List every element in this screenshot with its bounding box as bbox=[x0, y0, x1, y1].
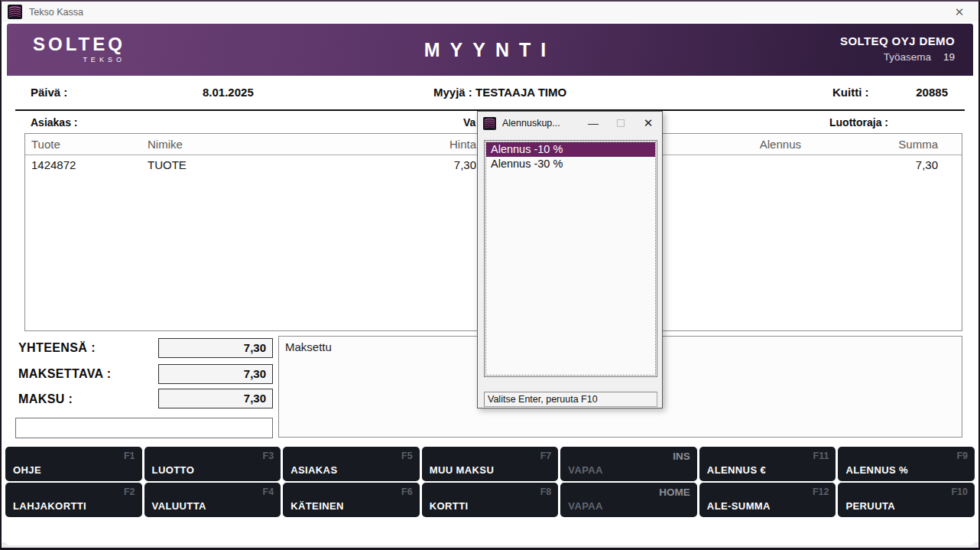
col-header-hinta: Hinta bbox=[362, 134, 476, 155]
button-ale-summa[interactable]: ALE-SUMMAF12 bbox=[699, 483, 836, 517]
workstation-value: 19 bbox=[943, 51, 955, 63]
app-window: Tekso Kassa ✕ SOLTEQ TEKSO MYYNTI SOLTEQ… bbox=[0, 0, 980, 550]
receipt-value: 20885 bbox=[881, 86, 948, 99]
header-right-info: SOLTEQ OYJ DEMO Työasema19 bbox=[840, 34, 955, 63]
payable-label: MAKSETTAVA : bbox=[18, 367, 112, 381]
credit-limit-label: Luottoraja : bbox=[829, 116, 888, 129]
button-valuutta[interactable]: VALUUTTAF4 bbox=[144, 483, 281, 517]
button-vapaa-home: VAPAAHOME bbox=[560, 483, 697, 517]
seller-value: TESTAAJA TIMO bbox=[475, 86, 566, 99]
payment-value-box: 7,30 bbox=[158, 389, 273, 408]
dialog-title: Alennuskup... bbox=[502, 118, 560, 129]
receipt-label: Kuitti : bbox=[832, 86, 868, 99]
total-label: YHTEENSÄ : bbox=[18, 341, 96, 355]
info-row-1: Päivä : 8.01.2025 Myyjä : TESTAAJA TIMO … bbox=[2, 86, 978, 103]
function-keypad: OHJEF1 LUOTTOF3 ASIAKASF5 MUU MAKSUF7 VA… bbox=[5, 447, 975, 517]
col-header-summa: Summa bbox=[801, 134, 962, 155]
entry-input[interactable] bbox=[15, 418, 273, 438]
list-item-discount-30[interactable]: Alennus -30 % bbox=[486, 157, 655, 171]
date-label: Päivä : bbox=[31, 86, 67, 99]
app-logo-icon bbox=[8, 5, 22, 19]
col-header-nimike: Nimike bbox=[148, 134, 362, 155]
button-kateinen[interactable]: KÄTEINENF6 bbox=[283, 483, 420, 517]
dialog-app-icon bbox=[483, 117, 496, 130]
window-close-icon[interactable]: ✕ bbox=[948, 5, 971, 19]
window-titlebar: Tekso Kassa ✕ bbox=[2, 2, 978, 22]
button-asiakas[interactable]: ASIAKASF5 bbox=[283, 447, 420, 481]
bottom-input-bar[interactable] bbox=[5, 522, 975, 545]
seller-info: Myyjä : TESTAAJA TIMO bbox=[433, 86, 566, 99]
app-header: SOLTEQ TEKSO MYYNTI SOLTEQ OYJ DEMO Työa… bbox=[7, 24, 973, 76]
dialog-close-icon[interactable]: ✕ bbox=[634, 112, 662, 135]
cell-nimike: TUOTE bbox=[148, 155, 362, 175]
dialog-window-buttons: — ✕ bbox=[579, 112, 662, 135]
company-name: SOLTEQ OYJ DEMO bbox=[840, 34, 955, 47]
seller-label: Myyjä : bbox=[433, 86, 472, 99]
button-lahjakortti[interactable]: LAHJAKORTTIF2 bbox=[5, 483, 142, 517]
window-title: Tekso Kassa bbox=[29, 7, 83, 18]
workstation-label: Työasema bbox=[884, 51, 931, 63]
cell-hinta: 7,30 bbox=[362, 155, 476, 175]
page-title: MYYNTI bbox=[7, 39, 973, 61]
dialog-minimize-icon[interactable]: — bbox=[579, 112, 607, 135]
date-value: 8.01.2025 bbox=[203, 86, 254, 99]
cell-summa: 7,30 bbox=[801, 155, 962, 175]
payable-value-box: 7,30 bbox=[158, 364, 273, 384]
total-value-box: 7,30 bbox=[158, 338, 273, 358]
button-ohje[interactable]: OHJEF1 bbox=[5, 447, 142, 481]
dialog-maximize-icon bbox=[607, 112, 634, 135]
button-muu-maksu[interactable]: MUU MAKSUF7 bbox=[422, 447, 559, 481]
dialog-titlebar[interactable]: Alennuskup... — ✕ bbox=[478, 112, 662, 135]
col-header-tuote: Tuote bbox=[25, 134, 148, 155]
list-item-discount-10[interactable]: Alennus -10 % bbox=[486, 142, 655, 157]
discount-coupon-dialog: Alennuskup... — ✕ Alennus -10 % Alennus … bbox=[477, 111, 663, 408]
workstation-info: Työasema19 bbox=[840, 51, 955, 63]
cell-tuote: 1424872 bbox=[25, 155, 148, 175]
payment-label: MAKSU : bbox=[18, 392, 73, 406]
button-luotto[interactable]: LUOTTOF3 bbox=[144, 447, 281, 481]
customer-label: Asiakas : bbox=[31, 116, 77, 129]
discount-listbox: Alennus -10 % Alennus -30 % bbox=[484, 140, 657, 377]
button-vapaa-ins: VAPAAINS bbox=[560, 447, 697, 481]
button-peruuta[interactable]: PERUUTAF10 bbox=[838, 483, 975, 517]
button-alennus-prosentti[interactable]: ALENNUS %F9 bbox=[838, 447, 975, 481]
dialog-status-bar: Valitse Enter, peruuta F10 bbox=[484, 392, 657, 407]
button-kortti[interactable]: KORTTIF8 bbox=[422, 483, 559, 517]
button-alennus-euro[interactable]: ALENNUS €F11 bbox=[699, 447, 836, 481]
partial-hidden-label: Va bbox=[463, 116, 475, 129]
